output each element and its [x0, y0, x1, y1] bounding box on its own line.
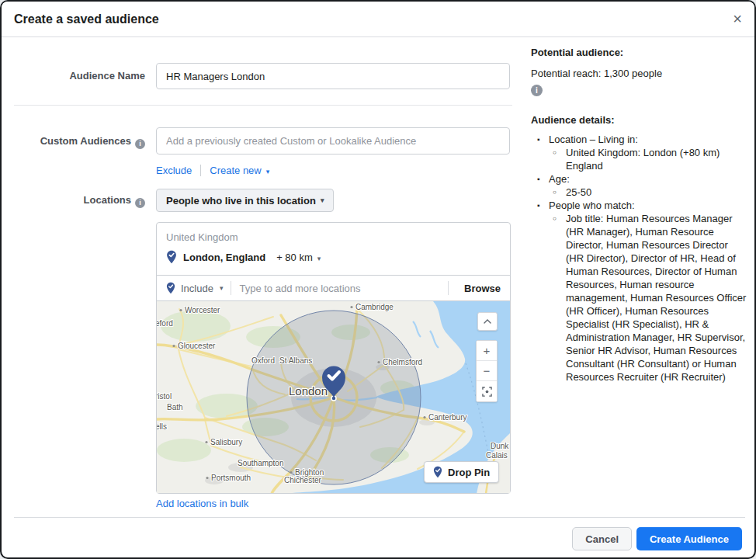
include-divider [231, 281, 231, 295]
map-place-label: Salisbury [210, 438, 242, 446]
map-canvas[interactable]: WorcesterCambridgeefordGloucesterOxfordS… [157, 300, 510, 493]
audience-detail-item: Location – Living in:United Kingdom: Lon… [531, 133, 747, 172]
section-divider [14, 105, 512, 106]
location-mode-value: People who live in this location [166, 195, 316, 207]
audience-detail-subitem: Job title: Human Resources Manager (HR M… [549, 212, 747, 384]
custom-audiences-input[interactable] [156, 127, 510, 155]
selected-locations-list: United Kingdom London, England + 80 km▾ [157, 223, 510, 275]
chevron-down-icon: ▾ [220, 284, 224, 292]
create-new-label: Create new [210, 165, 261, 176]
dialog-titlebar: Create a saved audience [2, 2, 754, 37]
chevron-down-icon: ▾ [266, 168, 270, 175]
location-mode-dropdown[interactable]: People who live in this location ▾ [156, 189, 334, 212]
audience-detail-item: Age:25-50 [531, 172, 747, 199]
potential-reach-text: Potential reach: 1,300 people [531, 67, 747, 80]
audience-detail-label: People who match: [549, 199, 747, 212]
selected-location-row: London, England + 80 km▾ [166, 250, 501, 264]
footer-divider [14, 517, 745, 518]
create-audience-button[interactable]: Create Audience [636, 527, 742, 550]
map-place-label: Gloucester [178, 342, 216, 350]
close-icon[interactable]: × [733, 10, 742, 27]
country-label: United Kingdom [166, 231, 501, 243]
custom-audiences-label-text: Custom Audiences [40, 135, 131, 147]
info-icon[interactable]: i [135, 139, 145, 149]
map-place-label: Chelmsford [383, 358, 422, 366]
map-town-dot [350, 306, 352, 308]
drop-pin-button[interactable]: Drop Pin [424, 461, 499, 483]
dialog-title: Create a saved audience [14, 12, 159, 26]
zoom-in-button[interactable]: + [477, 341, 497, 361]
map-place-label: Dunk [491, 442, 509, 450]
exclude-link[interactable]: Exclude [156, 165, 192, 176]
location-pin-icon [166, 250, 177, 264]
map-place-label: St Albans [279, 356, 312, 365]
fit-bounds-icon [482, 387, 492, 397]
map-place-label: eford [157, 319, 173, 328]
audience-detail-label: Age: [549, 172, 747, 186]
fit-pin-button[interactable] [477, 381, 497, 401]
map-place-label: Southampton [238, 459, 284, 467]
map-place-label: ristol [157, 392, 172, 401]
map-place-label: Chichester [284, 476, 321, 484]
info-icon[interactable]: i [531, 85, 543, 96]
location-pin-icon [166, 282, 175, 294]
location-pin-icon [433, 466, 442, 478]
map-place-label: Worcester [185, 306, 220, 314]
audience-detail-item: People who match:Job title: Human Resour… [531, 199, 747, 384]
audience-detail-subitem: 25-50 [549, 186, 747, 199]
map-place-label: ells [157, 422, 167, 431]
chevron-down-icon: ▾ [321, 196, 324, 204]
map-town-dot [206, 477, 208, 479]
create-saved-audience-dialog: Create a saved audience × Audience Name … [0, 0, 756, 559]
map-town-dot [172, 345, 175, 347]
map-place-label: Oxford [251, 356, 275, 365]
info-icon[interactable]: i [135, 198, 145, 208]
chevron-down-icon: ▾ [317, 255, 321, 262]
map-town-dot [290, 471, 292, 474]
zoom-out-button[interactable]: − [477, 361, 497, 381]
selected-location-name: London, England [183, 252, 265, 263]
locations-label-text: Locations [84, 194, 131, 206]
custom-audiences-label: Custom Audiencesi [2, 135, 145, 149]
audience-details-list: Location – Living in:United Kingdom: Lon… [531, 133, 747, 384]
radius-value: + 80 km [276, 252, 313, 263]
browse-divider [448, 281, 449, 295]
map-place-label: Portsmouth [211, 474, 251, 482]
potential-audience-title: Potential audience: [531, 46, 747, 59]
map-town-dot [423, 416, 425, 418]
map-collapse-button[interactable] [477, 312, 498, 331]
links-divider [200, 165, 201, 176]
locations-label: Locationsi [2, 194, 145, 208]
cancel-button[interactable]: Cancel [572, 527, 632, 550]
custom-audience-links: Exclude Create new▾ [156, 163, 269, 177]
drop-pin-label: Drop Pin [448, 467, 490, 478]
map-place-label: London [289, 384, 328, 398]
browse-button[interactable]: Browse [464, 283, 501, 294]
map-town-dot [205, 441, 207, 443]
map-town-dot [179, 309, 182, 311]
audience-details-title: Audience details: [531, 113, 747, 127]
include-row: Include ▾ Browse [157, 275, 510, 300]
include-dropdown[interactable]: Include [181, 283, 213, 294]
audience-name-label: Audience Name [2, 70, 145, 82]
map-place-label: Canterbury [428, 413, 466, 422]
add-locations-input[interactable] [239, 283, 440, 294]
audience-detail-subitem: United Kingdom: London (+80 km) England [549, 146, 747, 172]
audience-summary-panel: Potential audience: Potential reach: 1,3… [531, 37, 747, 384]
radius-selector[interactable]: + 80 km▾ [276, 252, 321, 263]
map-place-label: Cambridge [355, 303, 394, 311]
map-place-label: Bath [167, 403, 183, 411]
map-zoom-controls: + − [476, 340, 498, 402]
audience-name-input[interactable] [156, 63, 510, 89]
map-place-label: Calais [486, 451, 508, 460]
add-locations-bulk-link[interactable]: Add locations in bulk [156, 498, 248, 509]
chevron-up-icon [484, 319, 491, 324]
locations-panel: United Kingdom London, England + 80 km▾ … [156, 222, 511, 494]
create-new-link[interactable]: Create new▾ [210, 165, 269, 176]
map-town-dot [377, 361, 380, 363]
audience-detail-label: Location – Living in: [549, 133, 747, 146]
